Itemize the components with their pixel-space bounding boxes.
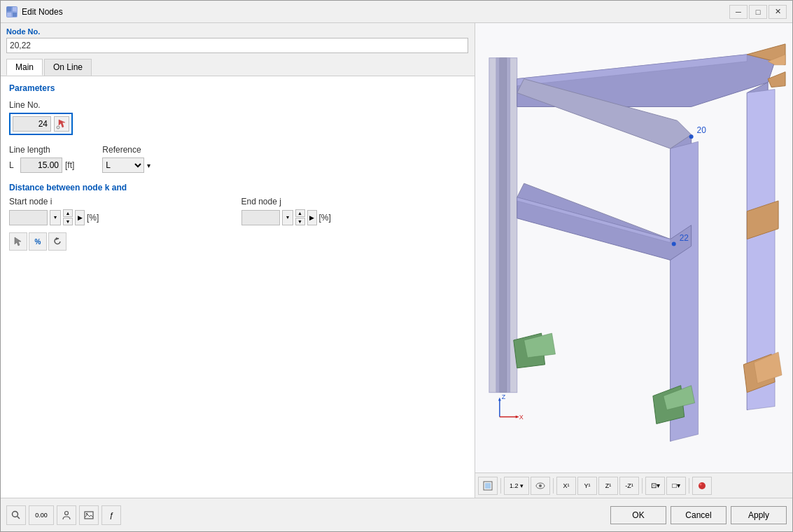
action-buttons: OK Cancel Apply	[610, 506, 787, 524]
svg-rect-1	[13, 7, 17, 11]
svg-point-48	[65, 511, 69, 514]
render-btn[interactable]	[692, 477, 712, 495]
length-input[interactable]	[20, 158, 62, 173]
function-btn[interactable]: ƒ	[101, 505, 121, 525]
svg-rect-3	[13, 13, 17, 17]
line-no-group: Line No.	[9, 100, 466, 135]
cursor-tool-btn[interactable]	[9, 232, 27, 251]
line-length-group: Line length L [ft]	[9, 145, 74, 173]
view-mode-btn[interactable]: □▾	[666, 477, 686, 495]
unit-label: [ft]	[65, 160, 74, 170]
sep1	[500, 478, 501, 493]
minimize-button[interactable]: ─	[729, 5, 748, 19]
node-no-input[interactable]	[6, 38, 468, 53]
image-btn[interactable]	[79, 505, 99, 525]
xj-up-btn[interactable]: ▲	[295, 209, 305, 217]
reference-row: L % ▾	[102, 158, 150, 173]
end-node-group: End node j ▾ ▲ ▼ ▶ [%]	[241, 197, 467, 225]
xj-down-btn[interactable]: ▼	[295, 218, 305, 225]
distance-section: Distance between node k and Start node i…	[9, 183, 466, 225]
svg-rect-41	[485, 483, 491, 489]
xi-down-btn[interactable]: ▼	[63, 218, 73, 225]
reference-label: Reference	[102, 145, 150, 155]
window-icon	[6, 6, 17, 18]
svg-point-44	[699, 482, 706, 489]
xj-arrow-group: ▲ ▼	[295, 209, 305, 225]
search-tool-btn[interactable]	[6, 505, 26, 525]
viewport-settings-btn[interactable]	[478, 477, 498, 495]
parameters-title: Parameters	[9, 83, 466, 93]
line-no-label: Line No.	[9, 100, 466, 110]
xi-up-btn[interactable]: ▲	[63, 209, 73, 217]
bottom-tools: 0.00 ƒ	[6, 505, 610, 525]
xi-input[interactable]	[9, 210, 48, 225]
xj-input[interactable]	[241, 210, 280, 225]
eye-btn[interactable]	[531, 477, 550, 495]
percent-btn[interactable]: %	[29, 232, 47, 251]
zero-btn[interactable]: 0.00	[29, 505, 54, 525]
left-panel: Node No. Main On Line Parameters Line No…	[1, 23, 475, 498]
right-panel: 20 22 Z X	[475, 23, 792, 498]
user-btn[interactable]	[57, 505, 76, 525]
sep4	[689, 478, 689, 493]
svg-point-30	[689, 134, 694, 139]
sep2	[553, 478, 554, 493]
ok-button[interactable]: OK	[610, 506, 666, 524]
distance-columns: Start node i ▾ ▲ ▼ ▶ [%]	[9, 197, 466, 225]
line-no-highlight	[9, 113, 73, 135]
maximize-button[interactable]: □	[749, 5, 767, 19]
l-label: L	[9, 160, 17, 170]
ref-dropdown-icon[interactable]: ▾	[147, 162, 150, 169]
end-node-label: End node j	[241, 197, 467, 206]
svg-point-46	[13, 511, 18, 517]
xj-unit-label: [%]	[319, 213, 331, 223]
viewport-3d: 20 22 Z X	[475, 23, 792, 455]
svg-rect-2	[7, 13, 11, 17]
line-length-section: Line length L [ft] Reference	[9, 145, 466, 173]
viewport-toolbar: 1.2 ▾ X¹ Y¹ Z¹ -Z¹ ⊡▾ □▾	[475, 472, 792, 498]
xi-dropdown-btn[interactable]: ▾	[50, 210, 61, 225]
distance-title: Distance between node k and	[9, 183, 466, 192]
node-no-section: Node No.	[1, 23, 475, 56]
undo-btn[interactable]	[48, 232, 66, 251]
svg-point-45	[700, 483, 702, 485]
xi-arrow-group: ▲ ▼	[63, 209, 73, 225]
svg-text:22: 22	[680, 233, 689, 243]
inner-toolbar: %	[9, 232, 466, 251]
close-button[interactable]: ✕	[769, 5, 787, 19]
xi-unit-label: [%]	[87, 213, 99, 223]
xj-dropdown-btn[interactable]: ▾	[282, 210, 293, 225]
svg-rect-9	[500, 58, 507, 393]
tab-content: Parameters Line No.	[1, 76, 475, 498]
xi-row: ▾ ▲ ▼ ▶ [%]	[9, 209, 234, 225]
tabs-bar: Main On Line	[1, 56, 475, 76]
reference-select[interactable]: L %	[102, 158, 144, 173]
line-length-row: L [ft]	[9, 158, 74, 173]
view-y1-btn[interactable]: Y¹	[577, 477, 597, 495]
view-z1-btn[interactable]: Z¹	[598, 477, 618, 495]
start-node-group: Start node i ▾ ▲ ▼ ▶ [%]	[9, 197, 234, 225]
title-bar: Edit Nodes ─ □ ✕	[1, 1, 792, 23]
apply-button[interactable]: Apply	[731, 506, 787, 524]
view-z-neg-btn[interactable]: -Z¹	[619, 477, 639, 495]
svg-rect-0	[7, 7, 11, 11]
reference-group: Reference L % ▾	[102, 145, 150, 173]
cancel-button[interactable]: Cancel	[671, 506, 727, 524]
start-node-label: Start node i	[9, 197, 234, 206]
viewport[interactable]: 20 22 Z X	[475, 23, 792, 498]
tab-main[interactable]: Main	[6, 59, 43, 76]
sep3	[642, 478, 643, 493]
xi-arrow-right-btn[interactable]: ▶	[75, 210, 85, 225]
svg-point-32	[672, 242, 676, 246]
edit-nodes-window: Edit Nodes ─ □ ✕ Node No. Main On Line P…	[0, 0, 793, 532]
xj-row: ▾ ▲ ▼ ▶ [%]	[241, 209, 467, 225]
display-mode-btn[interactable]: ⊡▾	[645, 477, 665, 495]
view-x1-btn[interactable]: X¹	[556, 477, 576, 495]
scale-btn[interactable]: 1.2 ▾	[504, 477, 529, 495]
xj-arrow-right-btn[interactable]: ▶	[307, 210, 317, 225]
svg-point-43	[539, 484, 542, 487]
tab-online[interactable]: On Line	[44, 59, 92, 76]
window-title: Edit Nodes	[22, 7, 725, 17]
line-no-input[interactable]	[13, 116, 51, 132]
line-no-pick-button[interactable]	[54, 116, 69, 132]
